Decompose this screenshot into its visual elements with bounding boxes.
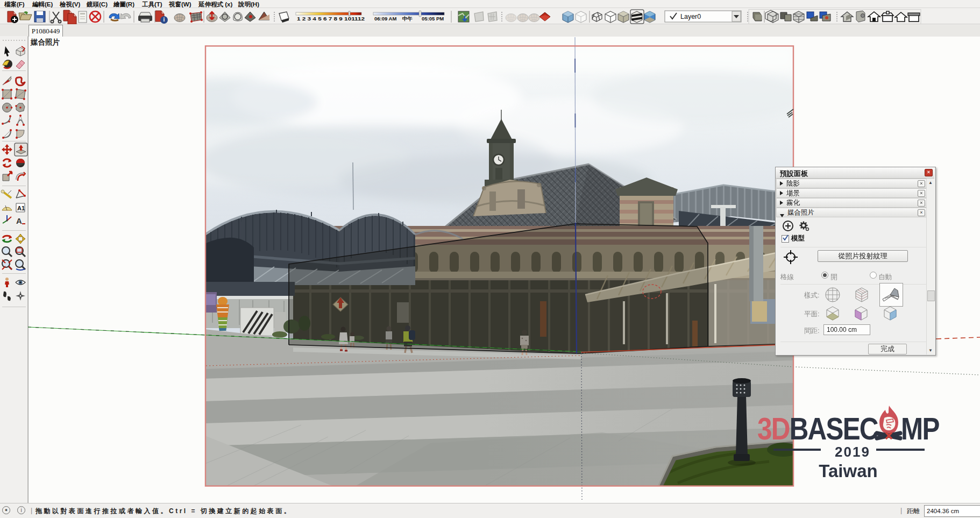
svg-text:A1: A1 xyxy=(17,205,25,211)
svg-text:06:09 AM: 06:09 AM xyxy=(374,16,396,22)
svg-text:1 2 3 4 5 6 7 8 9 101112: 1 2 3 4 5 6 7 8 9 101112 xyxy=(297,16,365,22)
svg-text:05:05 PM: 05:05 PM xyxy=(422,16,444,22)
svg-text:i: i xyxy=(164,17,165,23)
svg-text:Layer0: Layer0 xyxy=(680,13,701,20)
svg-text:中午: 中午 xyxy=(402,16,413,22)
svg-text:A: A xyxy=(16,216,22,225)
